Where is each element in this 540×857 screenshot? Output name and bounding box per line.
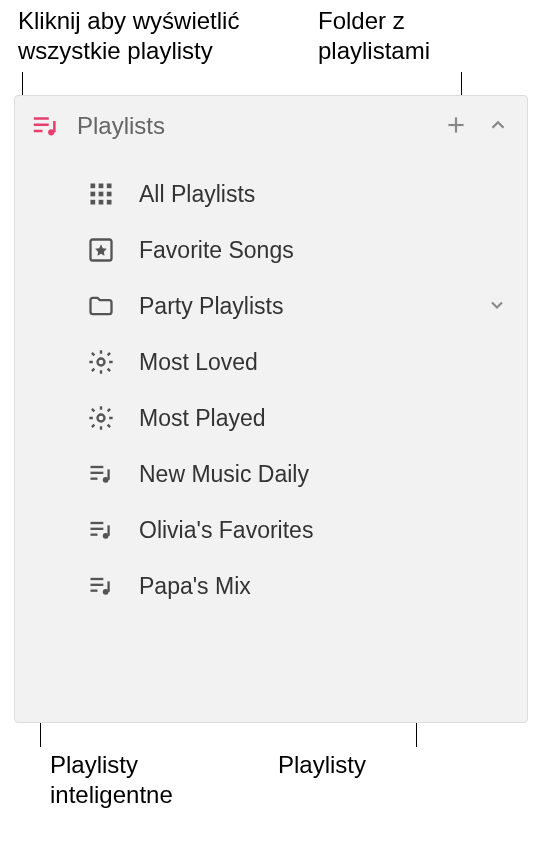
star-box-icon xyxy=(85,234,117,266)
collapse-button[interactable] xyxy=(487,114,511,138)
svg-rect-14 xyxy=(107,200,112,205)
svg-point-17 xyxy=(98,359,105,366)
playlist-icon xyxy=(29,110,61,142)
svg-rect-13 xyxy=(99,200,104,205)
playlists-header-label: Playlists xyxy=(77,112,427,140)
playlist-icon xyxy=(85,570,117,602)
playlists-sidebar: Playlists All Playlists xyxy=(14,95,528,723)
sidebar-item-party-playlists[interactable]: Party Playlists xyxy=(15,278,527,334)
sidebar-item-favorite-songs[interactable]: Favorite Songs xyxy=(15,222,527,278)
svg-rect-8 xyxy=(107,184,112,189)
sidebar-item-olivias-favorites[interactable]: Olivia's Favorites xyxy=(15,502,527,558)
playlists-header-row[interactable]: Playlists xyxy=(15,96,527,156)
svg-rect-6 xyxy=(91,184,96,189)
svg-rect-12 xyxy=(91,200,96,205)
sidebar-item-new-music-daily[interactable]: New Music Daily xyxy=(15,446,527,502)
svg-marker-16 xyxy=(95,244,107,256)
add-playlist-button[interactable] xyxy=(443,112,471,140)
svg-point-18 xyxy=(98,415,105,422)
sidebar-item-label: New Music Daily xyxy=(139,461,309,488)
sidebar-item-label: Most Played xyxy=(139,405,266,432)
sidebar-item-most-loved[interactable]: Most Loved xyxy=(15,334,527,390)
sidebar-item-label: Olivia's Favorites xyxy=(139,517,313,544)
playlist-icon xyxy=(85,458,117,490)
sidebar-item-most-played[interactable]: Most Played xyxy=(15,390,527,446)
grid-icon xyxy=(85,178,117,210)
svg-rect-7 xyxy=(99,184,104,189)
chevron-down-icon[interactable] xyxy=(487,295,509,317)
folder-icon xyxy=(85,290,117,322)
callout-all-playlists: Kliknij aby wyświetlić wszystkie playlis… xyxy=(18,6,278,66)
playlist-icon xyxy=(85,514,117,546)
svg-rect-11 xyxy=(107,192,112,197)
sidebar-item-label: Most Loved xyxy=(139,349,258,376)
callout-folder: Folder z playlistami xyxy=(318,6,518,66)
sidebar-item-all-playlists[interactable]: All Playlists xyxy=(15,166,527,222)
svg-rect-9 xyxy=(91,192,96,197)
sidebar-item-label: All Playlists xyxy=(139,181,255,208)
gear-icon xyxy=(85,346,117,378)
sidebar-item-papas-mix[interactable]: Papa's Mix xyxy=(15,558,527,614)
callout-smart-playlists: Playlisty inteligentne xyxy=(50,750,250,810)
sidebar-item-label: Favorite Songs xyxy=(139,237,294,264)
callout-playlists: Playlisty xyxy=(278,750,398,780)
sidebar-item-label: Party Playlists xyxy=(139,293,283,320)
gear-icon xyxy=(85,402,117,434)
sidebar-item-label: Papa's Mix xyxy=(139,573,251,600)
svg-rect-10 xyxy=(99,192,104,197)
playlists-list: All Playlists Favorite Songs Party Playl… xyxy=(15,156,527,614)
